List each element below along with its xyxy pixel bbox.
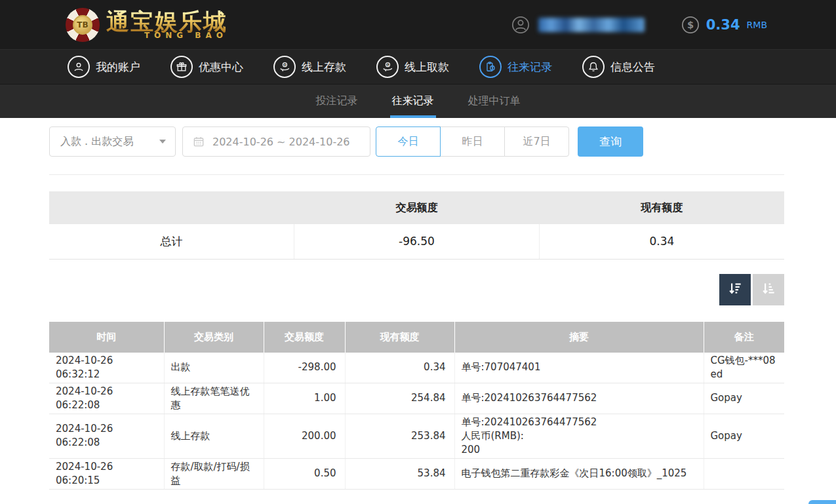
sort-amount-desc-icon	[727, 280, 744, 299]
balance-cell: 254.84	[345, 383, 454, 414]
remark-cell	[704, 458, 784, 489]
transactions-header-row: 时间 交易类别 交易额度 现有额度 摘要 备注	[49, 322, 784, 353]
nav-item-transaction-records[interactable]: 往来记录	[479, 56, 552, 78]
balance-cell: 253.84	[345, 414, 454, 458]
nav-label: 我的账户	[96, 60, 140, 75]
table-row: 2024-10-26 06:22:08线上存款笔笔送优惠1.00254.84单号…	[49, 383, 784, 414]
svg-text:¥: ¥	[284, 63, 287, 67]
svg-text:$: $	[387, 63, 389, 67]
brand-name-en: TONG BAO	[144, 31, 228, 39]
summary-header-transaction: 交易额度	[294, 191, 540, 224]
sub-nav: 投注记录 往来记录 处理中订单	[0, 84, 836, 118]
summary-cell: 单号:707047401	[454, 353, 704, 383]
summary-total-row: 总计 -96.50 0.34	[49, 224, 784, 259]
nav-item-online-withdraw[interactable]: $ 线上取款	[376, 56, 449, 78]
nav-label: 线上存款	[302, 60, 346, 75]
summary-header-empty	[49, 191, 294, 224]
table-row: 2024-10-26 06:20:15存款/取款/打码/损益0.5053.84电…	[49, 458, 784, 489]
withdraw-icon: $	[376, 56, 399, 78]
svg-text:$: $	[687, 19, 694, 30]
sort-amount-asc-icon	[760, 280, 777, 299]
time-cell: 2024-10-26 06:32:12	[49, 353, 164, 383]
page: TB 通宝娱乐城 TONG BAO	[0, 0, 836, 504]
col-amount: 交易额度	[264, 322, 345, 353]
gift-icon	[170, 56, 193, 78]
nav-label: 往来记录	[508, 60, 552, 75]
col-balance: 现有额度	[345, 322, 454, 353]
summary-header-balance: 现有额度	[539, 191, 784, 224]
brand-logo[interactable]: TB 通宝娱乐城 TONG BAO	[66, 8, 228, 42]
transaction-type-select[interactable]: 入款 . 出款交易	[49, 126, 176, 157]
main-nav: 我的账户 优惠中心 ¥ 线上存款	[0, 49, 836, 84]
type-cell: 线上存款笔笔送优惠	[164, 383, 264, 414]
summary-table: 交易额度 现有额度 总计 -96.50 0.34	[49, 191, 784, 260]
transactions-body: 2024-10-26 06:32:12出款-298.000.34单号:70704…	[49, 353, 784, 490]
time-cell: 2024-10-26 06:22:08	[49, 414, 164, 458]
table-row: 2024-10-26 06:22:08线上存款200.00253.84单号:20…	[49, 414, 784, 458]
type-cell: 线上存款	[164, 414, 264, 458]
time-cell: 2024-10-26 06:22:08	[49, 383, 164, 414]
bell-icon	[582, 56, 605, 78]
tab-pending-orders[interactable]: 处理中订单	[466, 85, 523, 118]
username-redacted	[538, 18, 645, 32]
summary-header-row: 交易额度 现有额度	[49, 191, 784, 224]
summary-cell: 单号:202410263764477562人民币(RMB):200	[454, 414, 704, 458]
user-icon	[68, 56, 90, 78]
nav-item-announcements[interactable]: 信息公告	[582, 56, 655, 78]
nav-label: 线上取款	[405, 60, 449, 75]
search-button[interactable]: 查询	[578, 126, 643, 157]
avatar-icon	[511, 16, 530, 34]
col-remark: 备注	[704, 322, 784, 353]
poker-chip-icon: TB	[66, 8, 100, 42]
amount-cell: -298.00	[264, 353, 345, 383]
balance-currency: RMB	[747, 20, 767, 30]
summary-cell: 电子钱包第二重存款彩金《次日16:00领取》_1025	[454, 458, 704, 489]
remark-cell: Gopay	[704, 414, 784, 458]
amount-cell: 200.00	[264, 414, 345, 458]
balance[interactable]: $ 0.34 RMB	[681, 16, 767, 34]
section-divider	[49, 174, 784, 175]
nav-item-online-deposit[interactable]: ¥ 线上存款	[273, 56, 346, 78]
floating-widget-partial[interactable]	[808, 500, 836, 504]
records-icon	[479, 56, 502, 78]
balance-amount: 0.34	[706, 17, 740, 33]
date-range-input[interactable]: 2024-10-26 ~ 2024-10-26	[182, 126, 370, 157]
transactions-table: 时间 交易类别 交易额度 现有额度 摘要 备注 2024-10-26 06:32…	[49, 322, 784, 490]
quick-range-today[interactable]: 今日	[376, 126, 441, 157]
type-cell: 出款	[164, 353, 264, 383]
summary-total-label: 总计	[49, 224, 294, 259]
topbar: TB 通宝娱乐城 TONG BAO	[0, 0, 836, 49]
user-account[interactable]	[511, 16, 645, 34]
summary-cell: 单号:202410263764477562	[454, 383, 704, 414]
quick-range-yesterday[interactable]: 昨日	[440, 126, 505, 157]
col-time: 时间	[49, 322, 164, 353]
content: 入款 . 出款交易 2024-10-26 ~ 2024-10-26 今日	[0, 118, 836, 490]
tab-betting-records[interactable]: 投注记录	[314, 85, 360, 118]
sort-ascending-button[interactable]	[753, 274, 784, 305]
calendar-icon	[192, 135, 205, 148]
type-cell: 存款/取款/打码/损益	[164, 458, 264, 489]
balance-cell: 0.34	[345, 353, 454, 383]
time-cell: 2024-10-26 06:20:15	[49, 458, 164, 489]
table-row: 2024-10-26 06:32:12出款-298.000.34单号:70704…	[49, 353, 784, 383]
remark-cell: Gopay	[704, 383, 784, 414]
amount-cell: 0.50	[264, 458, 345, 489]
summary-total-transaction: -96.50	[294, 224, 540, 259]
tab-transaction-records[interactable]: 往来记录	[390, 85, 436, 118]
sort-descending-button[interactable]	[719, 274, 751, 305]
deposit-icon: ¥	[273, 56, 296, 78]
chip-monogram: TB	[73, 15, 92, 35]
nav-label: 优惠中心	[199, 60, 243, 75]
remark-cell: CG钱包-***08ed	[704, 353, 784, 383]
col-summary: 摘要	[454, 322, 704, 353]
amount-cell: 1.00	[264, 383, 345, 414]
nav-label: 信息公告	[610, 60, 655, 75]
sort-controls	[49, 274, 784, 305]
quick-range-group: 今日 昨日 近7日	[376, 126, 569, 157]
quick-range-last7days[interactable]: 近7日	[504, 126, 569, 157]
nav-item-my-account[interactable]: 我的账户	[68, 56, 140, 78]
nav-item-promotions[interactable]: 优惠中心	[170, 56, 243, 78]
col-type: 交易类别	[164, 322, 264, 353]
summary-total-balance: 0.34	[539, 224, 784, 259]
balance-cell: 53.84	[345, 458, 454, 489]
